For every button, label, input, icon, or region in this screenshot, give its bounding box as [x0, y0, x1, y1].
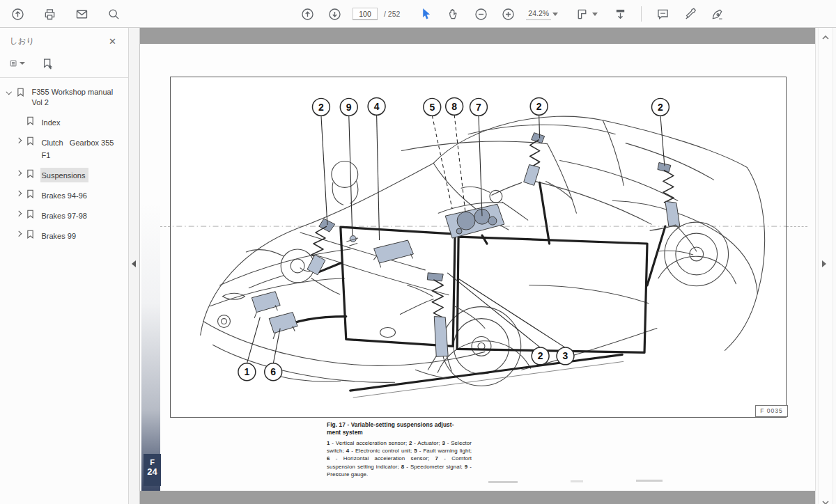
page-margin-bottom — [140, 491, 815, 504]
svg-text:2: 2 — [538, 350, 543, 361]
page-down-icon[interactable] — [325, 5, 343, 23]
bookmark-icon — [26, 136, 35, 149]
scrollbar[interactable] — [815, 28, 836, 504]
scan-artifact — [571, 480, 583, 482]
section-tab-letter: F — [144, 458, 161, 466]
section-tab-number: 24 — [144, 466, 161, 477]
scroll-down-icon[interactable] — [821, 496, 830, 504]
close-icon[interactable]: ✕ — [107, 36, 118, 47]
chevron-right-icon[interactable] — [16, 171, 22, 176]
zoom-out-icon[interactable] — [472, 5, 490, 23]
svg-text:2: 2 — [658, 102, 663, 113]
scan-artifact — [636, 480, 663, 482]
bookmark-root[interactable]: F355 Workshop manual Vol 2 — [4, 84, 125, 112]
bookmark-item-label: Brakes 94-96 — [42, 191, 87, 200]
fit-width-icon[interactable] — [611, 5, 629, 23]
fill-sign-icon[interactable] — [708, 5, 726, 23]
email-icon[interactable] — [72, 5, 91, 23]
chevron-down-icon — [592, 13, 598, 16]
next-page-icon[interactable] — [822, 260, 826, 267]
svg-text:2: 2 — [318, 102, 324, 113]
svg-text:8: 8 — [451, 101, 457, 112]
toolbar-center-group: 100 / 252 24.2% — [298, 0, 726, 28]
page-view-dropdown[interactable] — [573, 5, 598, 23]
toolbar-divider — [641, 6, 642, 22]
options-list-icon[interactable] — [10, 56, 25, 70]
bookmark-tree: F355 Workshop manual Vol 2 IndexClutch G… — [0, 78, 128, 246]
collapse-panel-icon[interactable] — [132, 260, 136, 267]
caption-title-line2: ment system — [327, 429, 472, 436]
search-icon[interactable] — [104, 5, 123, 23]
bookmark-item-brakes-97-98[interactable]: Brakes 97-98 — [4, 205, 125, 226]
svg-text:1: 1 — [244, 366, 249, 377]
chevron-down-icon — [20, 62, 25, 65]
scan-artifact — [488, 481, 518, 483]
select-cursor-icon[interactable] — [417, 5, 435, 23]
registration-mark — [787, 226, 807, 227]
bookmark-item-label: Brakes 97-98 — [42, 212, 87, 220]
share-upload-icon[interactable] — [8, 5, 26, 23]
page-total-label: / 252 — [384, 10, 400, 18]
bookmark-item-index[interactable]: Index — [4, 112, 125, 132]
svg-text:4: 4 — [374, 101, 380, 112]
bookmark-item-brakes-99[interactable]: Brakes 99 — [4, 226, 125, 246]
figure-caption: Fig. 17 - Variable-setting suspensions a… — [327, 421, 472, 478]
zoom-level-dropdown[interactable]: 24.2% — [526, 8, 558, 20]
highlighter-icon[interactable] — [681, 5, 699, 23]
main-area: しおり ✕ F355 Workshop manual Vol 2 IndexCl… — [0, 28, 836, 504]
scroll-up-icon[interactable] — [821, 31, 830, 43]
chevron-right-icon[interactable] — [16, 138, 22, 143]
page-view-icon — [573, 5, 591, 23]
page-margin-top — [140, 28, 815, 44]
svg-text:2: 2 — [536, 101, 542, 112]
chevron-right-icon[interactable] — [16, 211, 22, 216]
bookmark-item-label: Suspensions — [42, 171, 86, 180]
svg-text:6: 6 — [270, 366, 276, 377]
figure-code-label: F 0035 — [755, 405, 788, 417]
bookmark-item-label: Brakes 99 — [42, 232, 77, 240]
bookmark-icon — [26, 116, 35, 129]
bookmark-item-label: Index — [42, 118, 61, 127]
registration-mark — [160, 226, 170, 227]
svg-text:5: 5 — [429, 102, 435, 113]
section-tab: F 24 — [144, 454, 161, 486]
document-pane[interactable]: F 24 — [139, 28, 815, 504]
bookmark-icon — [26, 189, 35, 202]
svg-text:7: 7 — [476, 102, 481, 113]
chevron-down-icon — [6, 89, 12, 95]
toolbar-left-group — [8, 0, 123, 28]
bookmark-item-brakes-94-96[interactable]: Brakes 94-96 — [4, 185, 125, 205]
bookmark-icon — [26, 209, 35, 222]
toolbar: 100 / 252 24.2% — [0, 0, 836, 28]
bookmark-item-label: Clutch Gearbox 355 F1 — [42, 139, 116, 159]
page-number-input[interactable]: 100 — [353, 8, 378, 20]
svg-text:9: 9 — [346, 102, 352, 113]
figure-17-diagram: 294587221623 — [170, 77, 787, 418]
hand-tool-icon[interactable] — [444, 5, 463, 23]
svg-text:3: 3 — [563, 350, 568, 361]
panel-gutter — [129, 28, 139, 504]
bookmark-root-label: F355 Workshop manual Vol 2 — [32, 87, 114, 108]
bookmark-item-suspensions[interactable]: Suspensions — [4, 165, 125, 185]
caption-legend: 1 - Vertical acceleration sensor; 2 - Ac… — [327, 439, 472, 478]
page-binding-shadow — [141, 202, 160, 491]
bookmarks-toolbar — [0, 51, 128, 78]
zoom-in-icon[interactable] — [499, 5, 517, 23]
chevron-down-icon — [552, 13, 558, 16]
bookmark-icon — [26, 229, 35, 242]
bookmark-icon — [26, 168, 35, 182]
bookmarks-panel-title: しおり — [10, 36, 34, 47]
bookmarks-panel: しおり ✕ F355 Workshop manual Vol 2 IndexCl… — [0, 28, 129, 504]
chevron-spacer — [17, 118, 21, 123]
chevron-right-icon[interactable] — [16, 191, 22, 196]
bookmark-icon — [16, 87, 25, 100]
page-up-icon[interactable] — [298, 5, 316, 23]
comment-icon[interactable] — [653, 5, 672, 23]
zoom-level-value: 24.2% — [526, 8, 551, 20]
new-bookmark-icon[interactable] — [40, 56, 56, 70]
print-icon[interactable] — [40, 5, 59, 23]
bookmark-item-clutch-gearbox-355-f1[interactable]: Clutch Gearbox 355 F1 — [4, 132, 125, 165]
chevron-right-icon[interactable] — [16, 231, 22, 237]
caption-title-line1: Fig. 17 - Variable-setting suspensions a… — [327, 421, 472, 429]
